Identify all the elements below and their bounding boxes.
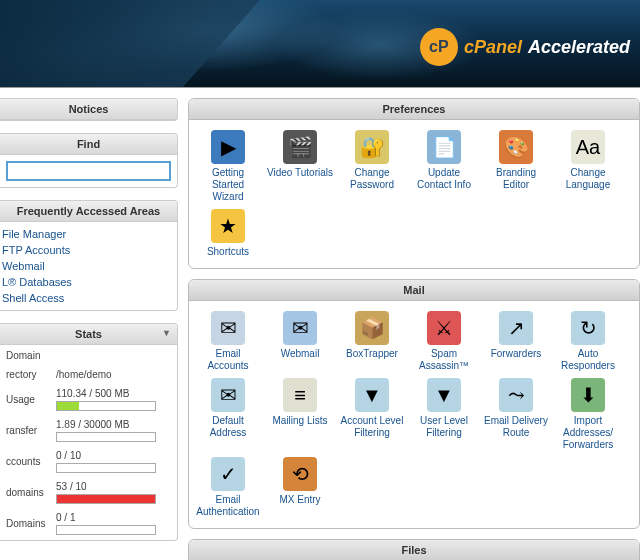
stat-value: 110.34 / 500 MB bbox=[52, 385, 175, 414]
stat-bar bbox=[56, 494, 156, 504]
stat-label: ransfer bbox=[2, 416, 50, 445]
item-icon: 🎨 bbox=[499, 130, 533, 164]
category-preferences: Preferences▶Getting Started Wizard🎬Video… bbox=[188, 98, 640, 269]
item-icon: 🎬 bbox=[283, 130, 317, 164]
stat-row: Domain bbox=[2, 347, 175, 364]
item-email-accounts[interactable]: ✉Email Accounts bbox=[193, 309, 263, 374]
item-import-addresses-forwarders[interactable]: ⬇Import Addresses/ Forwarders bbox=[553, 376, 623, 453]
item-label: Email Authentication bbox=[195, 494, 261, 518]
item-icon: ⬇ bbox=[571, 378, 605, 412]
stat-value: /home/demo bbox=[52, 366, 175, 383]
stats-header[interactable]: Stats bbox=[0, 324, 177, 345]
stat-row: domains53 / 10 bbox=[2, 478, 175, 507]
item-label: Change Language bbox=[555, 167, 621, 191]
item-boxtrapper[interactable]: 📦BoxTrapper bbox=[337, 309, 407, 374]
recent-link-2[interactable]: Webmail bbox=[2, 258, 175, 274]
item-label: Forwarders bbox=[483, 348, 549, 360]
item-video-tutorials[interactable]: 🎬Video Tutorials bbox=[265, 128, 335, 205]
item-mx-entry[interactable]: ⟲MX Entry bbox=[265, 455, 335, 520]
item-change-password[interactable]: 🔐Change Password bbox=[337, 128, 407, 205]
category-header[interactable]: Preferences bbox=[189, 99, 639, 120]
item-label: BoxTrapper bbox=[339, 348, 405, 360]
stat-bar bbox=[56, 525, 156, 535]
item-icon: ▼ bbox=[427, 378, 461, 412]
item-shortcuts[interactable]: ★Shortcuts bbox=[193, 207, 263, 260]
item-label: Branding Editor bbox=[483, 167, 549, 191]
recent-link-3[interactable]: L® Databases bbox=[2, 274, 175, 290]
category-mail: Mail✉Email Accounts✉Webmail📦BoxTrapper⚔S… bbox=[188, 279, 640, 529]
item-icon: ↗ bbox=[499, 311, 533, 345]
content-area: Preferences▶Getting Started Wizard🎬Video… bbox=[178, 88, 640, 560]
stat-row: rectory/home/demo bbox=[2, 366, 175, 383]
item-icon: ✉ bbox=[283, 311, 317, 345]
category-files: Files💿Backups✨Backup Wizard📁File Manager… bbox=[188, 539, 640, 560]
item-auto-responders[interactable]: ↻Auto Responders bbox=[553, 309, 623, 374]
find-panel: Find bbox=[0, 133, 178, 188]
stat-value bbox=[52, 347, 175, 364]
item-icon: ✓ bbox=[211, 457, 245, 491]
stat-bar bbox=[56, 401, 156, 411]
item-icon: 🔐 bbox=[355, 130, 389, 164]
item-branding-editor[interactable]: 🎨Branding Editor bbox=[481, 128, 551, 205]
item-user-level-filtering[interactable]: ▼User Level Filtering bbox=[409, 376, 479, 453]
recent-link-1[interactable]: FTP Accounts bbox=[2, 242, 175, 258]
item-spam-assassin-[interactable]: ⚔Spam Assassin™ bbox=[409, 309, 479, 374]
item-change-language[interactable]: AaChange Language bbox=[553, 128, 623, 205]
stat-value: 0 / 10 bbox=[52, 447, 175, 476]
item-label: Update Contact Info bbox=[411, 167, 477, 191]
item-forwarders[interactable]: ↗Forwarders bbox=[481, 309, 551, 374]
recent-link-0[interactable]: File Manager bbox=[2, 226, 175, 242]
stat-label: Domains bbox=[2, 509, 50, 538]
item-account-level-filtering[interactable]: ▼Account Level Filtering bbox=[337, 376, 407, 453]
item-label: Email Delivery Route bbox=[483, 415, 549, 439]
recent-panel: Frequently Accessed Areas File ManagerFT… bbox=[0, 200, 178, 311]
item-icon: ▼ bbox=[355, 378, 389, 412]
item-label: Account Level Filtering bbox=[339, 415, 405, 439]
item-label: Import Addresses/ Forwarders bbox=[555, 415, 621, 451]
item-icon: Aa bbox=[571, 130, 605, 164]
stat-row: Usage110.34 / 500 MB bbox=[2, 385, 175, 414]
stat-label: domains bbox=[2, 478, 50, 507]
item-icon: ⤳ bbox=[499, 378, 533, 412]
item-label: Default Address bbox=[195, 415, 261, 439]
stat-row: Domains0 / 1 bbox=[2, 509, 175, 538]
stat-value: 1.89 / 30000 MB bbox=[52, 416, 175, 445]
stat-label: Domain bbox=[2, 347, 50, 364]
stat-row: ccounts0 / 10 bbox=[2, 447, 175, 476]
item-icon: ▶ bbox=[211, 130, 245, 164]
item-label: User Level Filtering bbox=[411, 415, 477, 439]
stat-label: Usage bbox=[2, 385, 50, 414]
stats-table: Domainrectory/home/demoUsage110.34 / 500… bbox=[0, 345, 177, 540]
find-input[interactable] bbox=[6, 161, 171, 181]
item-webmail[interactable]: ✉Webmail bbox=[265, 309, 335, 374]
stat-value: 0 / 1 bbox=[52, 509, 175, 538]
item-label: Auto Responders bbox=[555, 348, 621, 372]
item-label: Shortcuts bbox=[195, 246, 261, 258]
stats-panel: Stats Domainrectory/home/demoUsage110.34… bbox=[0, 323, 178, 541]
category-body: ▶Getting Started Wizard🎬Video Tutorials🔐… bbox=[189, 120, 639, 268]
item-icon: ★ bbox=[211, 209, 245, 243]
item-icon: 📦 bbox=[355, 311, 389, 345]
item-label: Video Tutorials bbox=[267, 167, 333, 179]
notices-panel: Notices bbox=[0, 98, 178, 121]
sidebar: Notices Find Frequently Accessed Areas F… bbox=[0, 88, 178, 560]
recent-link-4[interactable]: Shell Access bbox=[2, 290, 175, 306]
stat-label: rectory bbox=[2, 366, 50, 383]
item-getting-started-wizard[interactable]: ▶Getting Started Wizard bbox=[193, 128, 263, 205]
category-header[interactable]: Mail bbox=[189, 280, 639, 301]
item-default-address[interactable]: ✉Default Address bbox=[193, 376, 263, 453]
item-mailing-lists[interactable]: ≡Mailing Lists bbox=[265, 376, 335, 453]
logo-mark-icon bbox=[420, 28, 458, 66]
item-label: Spam Assassin™ bbox=[411, 348, 477, 372]
item-label: Email Accounts bbox=[195, 348, 261, 372]
stat-bar bbox=[56, 432, 156, 442]
category-header[interactable]: Files bbox=[189, 540, 639, 560]
item-label: MX Entry bbox=[267, 494, 333, 506]
item-label: Mailing Lists bbox=[267, 415, 333, 427]
item-icon: ⚔ bbox=[427, 311, 461, 345]
item-email-authentication[interactable]: ✓Email Authentication bbox=[193, 455, 263, 520]
cpanel-logo: cPanel Accelerated bbox=[420, 28, 630, 66]
logo-tagline-text: Accelerated bbox=[528, 37, 630, 58]
item-update-contact-info[interactable]: 📄Update Contact Info bbox=[409, 128, 479, 205]
item-email-delivery-route[interactable]: ⤳Email Delivery Route bbox=[481, 376, 551, 453]
